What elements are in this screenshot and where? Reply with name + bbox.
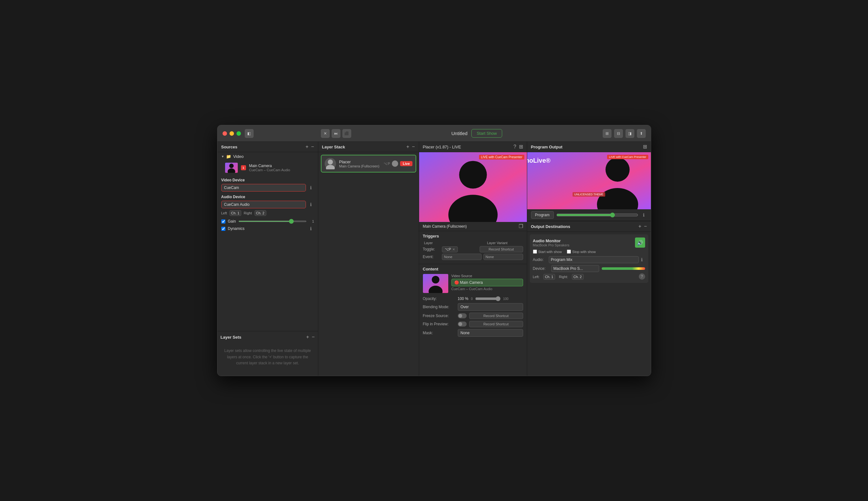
start-with-show-checkbox[interactable] (533, 249, 537, 254)
source-subtitle: CueCam – CueCam Audio (249, 168, 314, 172)
triggers-layer-variant-header: Layer Variant (473, 241, 522, 245)
gain-slider[interactable] (238, 221, 307, 222)
layout1-icon[interactable]: ⊞ (603, 129, 612, 138)
right-channel-select[interactable]: Ch. 2 (255, 210, 266, 216)
toggle-trigger-row: Toggle: ⌥P ✕ Record Shortcut (423, 246, 523, 253)
gain-checkbox[interactable] (221, 220, 225, 224)
event-layer-select[interactable]: None (442, 254, 482, 260)
video-section-label: Video (233, 154, 244, 159)
freeze-source-toggle[interactable] (458, 313, 467, 318)
opacity-min: 0 (471, 297, 473, 301)
output-dest-add-button[interactable]: + (639, 224, 641, 229)
maximize-button[interactable] (236, 131, 241, 136)
audio-mix-info-icon[interactable]: ℹ (639, 257, 645, 263)
triangle-icon: ▼ (221, 155, 224, 158)
minimize-button[interactable] (229, 131, 234, 136)
stop-with-show-checkbox[interactable] (567, 249, 571, 254)
dynamics-checkbox[interactable] (221, 227, 225, 231)
freeze-record-shortcut-button[interactable]: Record Shortcut (469, 313, 523, 319)
layer-sets-remove-button[interactable]: − (312, 334, 314, 340)
app-window: ◧ ✕ ⏭ ⬛ Untitled Start Show ⊞ ⊟ ◨ ⬆ Sour… (217, 125, 651, 376)
layer-dot-indicator[interactable] (392, 160, 398, 167)
skip-icon[interactable]: ⏭ (332, 129, 341, 138)
layer-stack-remove-button[interactable]: − (412, 144, 415, 149)
layout2-icon[interactable]: ⊟ (614, 129, 623, 138)
preview-live-badge: LIVE with CueCam Presenter (479, 155, 524, 160)
placer-expand-icon[interactable]: ⊞ (519, 144, 523, 149)
sidebar-toggle-icon[interactable]: ◧ (245, 129, 254, 138)
shortcut-clear-icon[interactable]: ✕ (452, 248, 455, 251)
placer-header: Placer (v1.87) - LIVE ? ⊞ (419, 142, 527, 152)
toggle-record-shortcut-button[interactable]: Record Shortcut (480, 246, 523, 253)
mask-select[interactable]: None (458, 329, 523, 337)
audio-mix-row: Audio: Program Mix ℹ (533, 256, 645, 263)
layer-name: Placer (339, 160, 381, 164)
blending-mode-select[interactable]: Over (458, 303, 523, 311)
flip-preview-toggle[interactable] (458, 321, 467, 327)
program-button[interactable]: Program (531, 211, 554, 219)
source-number-badge: 1 (241, 165, 246, 170)
content-details: Video Source 🔴 Main Camera CueCam – CueC… (451, 274, 523, 291)
title-bar: ◧ ✕ ⏭ ⬛ Untitled Start Show ⊞ ⊟ ◨ ⬆ (217, 125, 651, 142)
main-camera-item[interactable]: 1 Main Camera CueCam – CueCam Audio (217, 161, 318, 175)
layer-thumbnail (325, 158, 336, 169)
event-trigger-row: Event: None None (423, 254, 523, 260)
opacity-row: Opacity: 100 % 0 100 (423, 296, 523, 301)
unlicensed-badge: UNLICENSED THEME (572, 192, 606, 196)
layer-stack-header: Layer Stack + − (318, 142, 419, 152)
opacity-value: 100 % (458, 297, 469, 301)
output-destinations-header: Output Destinations + − (527, 221, 651, 232)
sources-remove-button[interactable]: − (311, 144, 314, 149)
placer-help-icon[interactable]: ? (514, 144, 516, 149)
program-volume-slider[interactable] (556, 212, 638, 217)
opacity-slider[interactable] (475, 296, 501, 301)
video-device-info-icon[interactable]: ℹ (308, 184, 314, 191)
toggle-shortcut: ⌥P ✕ (442, 246, 480, 253)
stop-with-show-checkbox-label[interactable]: Stop with show (567, 249, 596, 254)
event-variant-select[interactable]: None (483, 254, 523, 260)
device-select[interactable]: MacBook Pro S... (551, 265, 599, 272)
sidebar-right-icon[interactable]: ◨ (625, 129, 634, 138)
start-show-button[interactable]: Start Show (471, 129, 503, 138)
opacity-label: Opacity: (423, 297, 458, 301)
flip-record-shortcut-button[interactable]: Record Shortcut (469, 321, 523, 327)
monitor-left-channel-select[interactable]: Ch. 1 (543, 274, 555, 280)
content-title: Content (423, 267, 523, 271)
video-source-select[interactable]: 🔴 Main Camera (451, 279, 523, 286)
audio-device-info-icon[interactable]: ℹ (308, 201, 314, 208)
freeze-source-row: Freeze Source: Record Shortcut (423, 313, 523, 319)
close-button[interactable] (223, 131, 227, 136)
program-vol-row: Program ℹ (527, 209, 651, 221)
speaker-toggle-button[interactable]: 🔊 (635, 237, 645, 248)
audio-monitor-title: Audio Monitor (533, 238, 570, 243)
x-icon[interactable]: ✕ (321, 129, 330, 138)
layer-item[interactable]: Placer Main Camera (Fullscreen) ⌥P Live (321, 155, 416, 172)
program-expand-icon[interactable]: ⊞ (643, 144, 647, 149)
layer-sets-add-button[interactable]: + (306, 334, 309, 340)
audio-monitor-help-icon[interactable]: ? (639, 273, 645, 280)
left-channel-select[interactable]: Ch. 1 (229, 210, 241, 216)
dynamics-row: Dynamics ℹ (221, 225, 314, 232)
video-device-group: Video Device CueCam ℹ (221, 178, 314, 192)
dynamics-info-icon[interactable]: ℹ (308, 225, 314, 232)
program-vol-info-icon[interactable]: ℹ (641, 212, 647, 218)
sources-add-button[interactable]: + (306, 144, 309, 149)
output-dest-remove-button[interactable]: − (644, 224, 647, 229)
monitor-right-channel-select[interactable]: Ch. 2 (572, 274, 583, 280)
preview-copy-icon[interactable]: ❐ (519, 224, 523, 229)
layer-stack-panel: Layer Stack + − Placer Main Camera (Full… (318, 142, 419, 376)
program-live-badge: LIVE with CueCam Presenter (607, 155, 648, 159)
output-destinations-title: Output Destinations (531, 224, 570, 229)
sources-title: Sources (221, 145, 237, 149)
svg-point-3 (326, 165, 335, 169)
show-checkboxes: Start with show Stop with show (533, 249, 645, 254)
record-icon[interactable]: ⬛ (342, 129, 351, 138)
folder-icon: 📁 (226, 154, 231, 159)
share-icon[interactable]: ⬆ (637, 129, 646, 138)
audio-mix-label: Audio: (533, 257, 549, 262)
video-device-select[interactable]: CueCam (221, 184, 306, 192)
layer-stack-add-button[interactable]: + (406, 144, 409, 149)
start-with-show-checkbox-label[interactable]: Start with show (533, 249, 562, 254)
audio-device-select[interactable]: CueCam Audio (221, 201, 306, 208)
audio-mix-select[interactable]: Program Mix (549, 256, 639, 263)
